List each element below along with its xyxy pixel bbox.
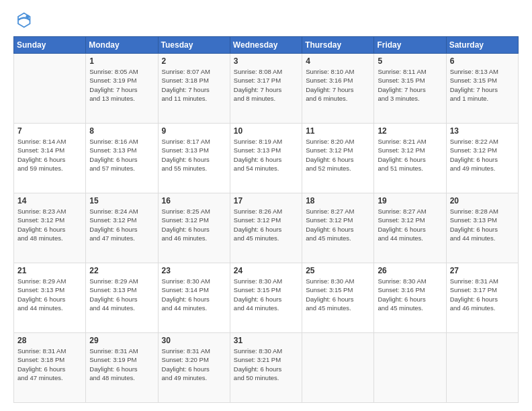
calendar-cell: 28Sunrise: 8:31 AMSunset: 3:18 PMDayligh… bbox=[14, 333, 86, 403]
logo bbox=[13, 11, 35, 30]
calendar-cell: 4Sunrise: 8:10 AMSunset: 3:16 PMDaylight… bbox=[302, 54, 374, 124]
calendar-cell: 22Sunrise: 8:29 AMSunset: 3:13 PMDayligh… bbox=[86, 263, 158, 333]
day-info: Sunrise: 8:30 AMSunset: 3:21 PMDaylight:… bbox=[234, 347, 298, 382]
calendar-cell: 27Sunrise: 8:31 AMSunset: 3:17 PMDayligh… bbox=[446, 263, 518, 333]
calendar-cell: 12Sunrise: 8:21 AMSunset: 3:12 PMDayligh… bbox=[374, 124, 446, 193]
calendar-cell: 26Sunrise: 8:30 AMSunset: 3:16 PMDayligh… bbox=[374, 263, 446, 333]
day-number: 21 bbox=[17, 266, 82, 275]
day-number: 30 bbox=[162, 336, 226, 345]
calendar-cell: 29Sunrise: 8:31 AMSunset: 3:19 PMDayligh… bbox=[86, 333, 158, 403]
day-info: Sunrise: 8:26 AMSunset: 3:12 PMDaylight:… bbox=[234, 207, 298, 242]
week-row-3: 14Sunrise: 8:23 AMSunset: 3:12 PMDayligh… bbox=[14, 193, 519, 263]
calendar-cell: 1Sunrise: 8:05 AMSunset: 3:19 PMDaylight… bbox=[86, 54, 158, 124]
day-info: Sunrise: 8:21 AMSunset: 3:12 PMDaylight:… bbox=[378, 137, 442, 173]
calendar-cell: 21Sunrise: 8:29 AMSunset: 3:13 PMDayligh… bbox=[14, 263, 86, 333]
svg-point-2 bbox=[26, 15, 29, 18]
day-info: Sunrise: 8:25 AMSunset: 3:12 PMDaylight:… bbox=[162, 207, 226, 242]
calendar-cell: 15Sunrise: 8:24 AMSunset: 3:12 PMDayligh… bbox=[86, 193, 158, 263]
day-number: 25 bbox=[306, 266, 370, 275]
day-number: 12 bbox=[378, 126, 442, 136]
day-number: 14 bbox=[17, 196, 82, 205]
calendar-cell: 7Sunrise: 8:14 AMSunset: 3:14 PMDaylight… bbox=[14, 124, 86, 193]
day-info: Sunrise: 8:23 AMSunset: 3:12 PMDaylight:… bbox=[17, 207, 82, 242]
day-info: Sunrise: 8:10 AMSunset: 3:16 PMDaylight:… bbox=[306, 67, 370, 103]
day-info: Sunrise: 8:31 AMSunset: 3:19 PMDaylight:… bbox=[89, 347, 154, 382]
day-number: 17 bbox=[234, 196, 298, 205]
day-info: Sunrise: 8:17 AMSunset: 3:13 PMDaylight:… bbox=[162, 137, 226, 173]
day-info: Sunrise: 8:16 AMSunset: 3:13 PMDaylight:… bbox=[89, 137, 154, 173]
day-number: 15 bbox=[89, 196, 154, 205]
calendar-cell: 31Sunrise: 8:30 AMSunset: 3:21 PMDayligh… bbox=[230, 333, 302, 403]
calendar-cell: 11Sunrise: 8:20 AMSunset: 3:12 PMDayligh… bbox=[302, 124, 374, 193]
calendar-cell: 17Sunrise: 8:26 AMSunset: 3:12 PMDayligh… bbox=[230, 193, 302, 263]
day-info: Sunrise: 8:31 AMSunset: 3:17 PMDaylight:… bbox=[450, 277, 515, 312]
day-number: 16 bbox=[162, 196, 226, 205]
page: SundayMondayTuesdayWednesdayThursdayFrid… bbox=[0, 0, 532, 411]
header bbox=[13, 11, 519, 30]
calendar-cell: 10Sunrise: 8:19 AMSunset: 3:13 PMDayligh… bbox=[230, 124, 302, 193]
calendar-cell: 24Sunrise: 8:30 AMSunset: 3:15 PMDayligh… bbox=[230, 263, 302, 333]
col-header-monday: Monday bbox=[86, 37, 158, 54]
calendar-cell: 18Sunrise: 8:27 AMSunset: 3:12 PMDayligh… bbox=[302, 193, 374, 263]
day-number: 28 bbox=[17, 336, 82, 345]
day-number: 2 bbox=[162, 56, 226, 66]
day-info: Sunrise: 8:29 AMSunset: 3:13 PMDaylight:… bbox=[89, 277, 154, 312]
col-header-saturday: Saturday bbox=[446, 37, 518, 54]
day-info: Sunrise: 8:14 AMSunset: 3:14 PMDaylight:… bbox=[17, 137, 82, 173]
day-number: 19 bbox=[378, 196, 442, 205]
calendar-cell: 6Sunrise: 8:13 AMSunset: 3:15 PMDaylight… bbox=[446, 54, 518, 124]
calendar-cell: 3Sunrise: 8:08 AMSunset: 3:17 PMDaylight… bbox=[230, 54, 302, 124]
day-info: Sunrise: 8:30 AMSunset: 3:15 PMDaylight:… bbox=[234, 277, 298, 312]
day-info: Sunrise: 8:05 AMSunset: 3:19 PMDaylight:… bbox=[89, 67, 154, 103]
calendar-cell: 19Sunrise: 8:27 AMSunset: 3:12 PMDayligh… bbox=[374, 193, 446, 263]
day-number: 24 bbox=[234, 266, 298, 275]
calendar-cell: 30Sunrise: 8:31 AMSunset: 3:20 PMDayligh… bbox=[158, 333, 230, 403]
day-info: Sunrise: 8:29 AMSunset: 3:13 PMDaylight:… bbox=[17, 277, 82, 312]
day-info: Sunrise: 8:13 AMSunset: 3:15 PMDaylight:… bbox=[450, 67, 515, 103]
day-info: Sunrise: 8:30 AMSunset: 3:14 PMDaylight:… bbox=[162, 277, 226, 312]
calendar-cell: 14Sunrise: 8:23 AMSunset: 3:12 PMDayligh… bbox=[14, 193, 86, 263]
week-row-1: 1Sunrise: 8:05 AMSunset: 3:19 PMDaylight… bbox=[14, 54, 519, 124]
day-info: Sunrise: 8:31 AMSunset: 3:20 PMDaylight:… bbox=[162, 347, 226, 382]
week-row-5: 28Sunrise: 8:31 AMSunset: 3:18 PMDayligh… bbox=[14, 333, 519, 403]
calendar-table: SundayMondayTuesdayWednesdayThursdayFrid… bbox=[13, 36, 519, 403]
day-number: 9 bbox=[162, 126, 226, 136]
day-number: 29 bbox=[89, 336, 154, 345]
day-info: Sunrise: 8:11 AMSunset: 3:15 PMDaylight:… bbox=[378, 67, 442, 103]
calendar-cell: 13Sunrise: 8:22 AMSunset: 3:12 PMDayligh… bbox=[446, 124, 518, 193]
calendar-cell: 20Sunrise: 8:28 AMSunset: 3:13 PMDayligh… bbox=[446, 193, 518, 263]
logo-icon bbox=[13, 11, 32, 30]
calendar-cell bbox=[14, 54, 86, 124]
day-number: 22 bbox=[89, 266, 154, 275]
calendar-cell: 16Sunrise: 8:25 AMSunset: 3:12 PMDayligh… bbox=[158, 193, 230, 263]
col-header-sunday: Sunday bbox=[14, 37, 86, 54]
calendar-cell: 23Sunrise: 8:30 AMSunset: 3:14 PMDayligh… bbox=[158, 263, 230, 333]
day-number: 26 bbox=[378, 266, 442, 275]
day-number: 4 bbox=[306, 56, 370, 66]
day-info: Sunrise: 8:28 AMSunset: 3:13 PMDaylight:… bbox=[450, 207, 515, 242]
calendar-cell: 8Sunrise: 8:16 AMSunset: 3:13 PMDaylight… bbox=[86, 124, 158, 193]
day-info: Sunrise: 8:24 AMSunset: 3:12 PMDaylight:… bbox=[89, 207, 154, 242]
calendar-cell: 5Sunrise: 8:11 AMSunset: 3:15 PMDaylight… bbox=[374, 54, 446, 124]
calendar-cell: 2Sunrise: 8:07 AMSunset: 3:18 PMDaylight… bbox=[158, 54, 230, 124]
day-info: Sunrise: 8:07 AMSunset: 3:18 PMDaylight:… bbox=[162, 67, 226, 103]
calendar-cell bbox=[302, 333, 374, 403]
col-header-wednesday: Wednesday bbox=[230, 37, 302, 54]
day-info: Sunrise: 8:30 AMSunset: 3:15 PMDaylight:… bbox=[306, 277, 370, 312]
col-header-tuesday: Tuesday bbox=[158, 37, 230, 54]
day-info: Sunrise: 8:08 AMSunset: 3:17 PMDaylight:… bbox=[234, 67, 298, 103]
day-number: 6 bbox=[450, 56, 515, 66]
calendar-cell: 25Sunrise: 8:30 AMSunset: 3:15 PMDayligh… bbox=[302, 263, 374, 333]
calendar-cell bbox=[446, 333, 518, 403]
day-number: 13 bbox=[450, 126, 515, 136]
day-number: 7 bbox=[17, 126, 82, 136]
calendar-cell: 9Sunrise: 8:17 AMSunset: 3:13 PMDaylight… bbox=[158, 124, 230, 193]
day-number: 10 bbox=[234, 126, 298, 136]
calendar-header-row: SundayMondayTuesdayWednesdayThursdayFrid… bbox=[14, 37, 519, 54]
col-header-friday: Friday bbox=[374, 37, 446, 54]
day-info: Sunrise: 8:20 AMSunset: 3:12 PMDaylight:… bbox=[306, 137, 370, 173]
week-row-4: 21Sunrise: 8:29 AMSunset: 3:13 PMDayligh… bbox=[14, 263, 519, 333]
day-info: Sunrise: 8:31 AMSunset: 3:18 PMDaylight:… bbox=[17, 347, 82, 382]
day-number: 8 bbox=[89, 126, 154, 136]
week-row-2: 7Sunrise: 8:14 AMSunset: 3:14 PMDaylight… bbox=[14, 124, 519, 193]
